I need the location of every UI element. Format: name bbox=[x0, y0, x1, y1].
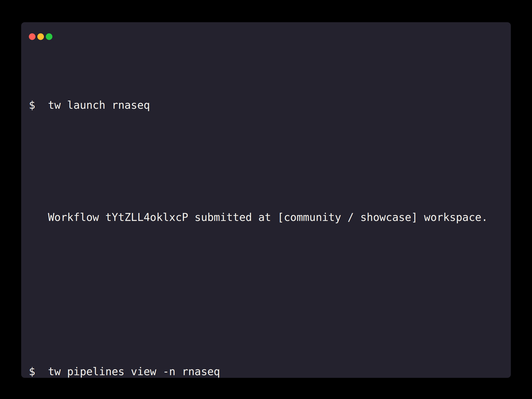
terminal-screen[interactable]: $ tw launch rnaseq Workflow tYtZLL4oklxc… bbox=[29, 42, 506, 370]
shell-prompt: $ bbox=[29, 98, 35, 112]
desktop-background: $ tw launch rnaseq Workflow tYtZLL4oklxc… bbox=[0, 0, 532, 399]
command-line-launch: $ tw launch rnaseq bbox=[29, 98, 506, 112]
close-button[interactable] bbox=[29, 33, 35, 40]
command-text-launch: tw launch rnaseq bbox=[48, 98, 150, 112]
window-titlebar[interactable] bbox=[29, 33, 52, 40]
command-line-pipelines-view: $ tw pipelines view -n rnaseq bbox=[29, 365, 506, 379]
blank-line bbox=[29, 140, 506, 154]
terminal-window: $ tw launch rnaseq Workflow tYtZLL4oklxc… bbox=[21, 22, 511, 378]
command-text-pipelines-view: tw pipelines view -n rnaseq bbox=[48, 365, 220, 379]
zoom-button[interactable] bbox=[46, 33, 52, 40]
blank-line bbox=[29, 252, 506, 266]
minimize-button[interactable] bbox=[37, 33, 44, 40]
workflow-submitted-text: Workflow tYtZLL4oklxcP submitted at [com… bbox=[48, 210, 488, 224]
shell-prompt: $ bbox=[29, 365, 35, 379]
blank-line bbox=[29, 294, 506, 309]
output-line-workflow-submitted: Workflow tYtZLL4oklxcP submitted at [com… bbox=[29, 210, 506, 224]
